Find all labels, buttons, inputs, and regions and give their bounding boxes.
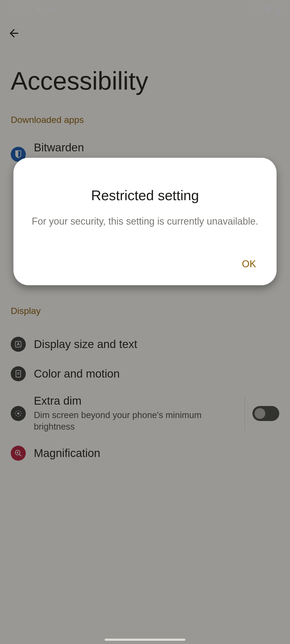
dialog-title: Restricted setting xyxy=(30,187,260,203)
gesture-nav-pill[interactable] xyxy=(105,639,185,641)
restricted-dialog: Restricted setting For your security, th… xyxy=(13,158,277,285)
dialog-body: For your security, this setting is curre… xyxy=(30,215,260,228)
dialog-ok-button[interactable]: OK xyxy=(238,255,260,273)
dialog-scrim[interactable] xyxy=(0,0,290,644)
